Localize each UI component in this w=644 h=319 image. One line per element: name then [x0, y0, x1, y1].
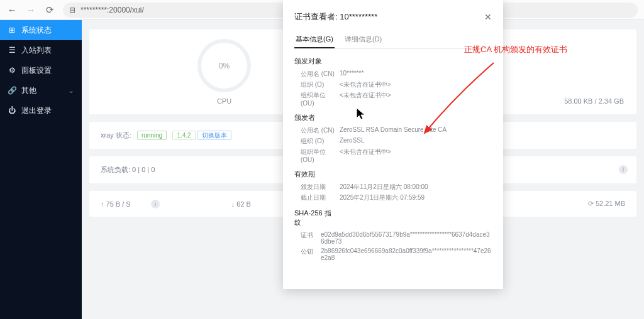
- close-icon[interactable]: ✕: [484, 12, 492, 22]
- chevron-down-icon: ⌄: [68, 86, 74, 95]
- sha256-heading: SHA-256 指纹: [294, 208, 332, 227]
- download-speed: ↓ 62 B: [231, 200, 251, 208]
- info-icon[interactable]: i: [151, 200, 160, 208]
- xray-label: xray 状态:: [101, 131, 131, 139]
- sidebar-item-label: 系统状态: [21, 25, 52, 36]
- cpu-gauge: 0%: [197, 39, 251, 92]
- cert-hash-label: 证书: [301, 231, 321, 245]
- sidebar-item-label: 其他: [21, 85, 36, 96]
- disk-metric: ⟳ 52.21 MB: [588, 200, 625, 208]
- expire-date-label: 截止日期: [301, 193, 340, 202]
- annotation-text: 正规CA 机构颁发的有效证书: [464, 44, 567, 55]
- sidebar-item-label: 入站列表: [21, 45, 52, 56]
- cert-dialog-title: 证书查看者: 10*********: [294, 11, 377, 23]
- issued-date-label: 颁发日期: [301, 183, 340, 192]
- xray-status-badge: running: [137, 131, 167, 140]
- sidebar-item-system-status[interactable]: ⊞ 系统状态: [0, 20, 82, 40]
- subject-heading: 颁发对象: [294, 57, 492, 66]
- list-icon: ☰: [8, 46, 16, 55]
- sidebar-item-other[interactable]: 🔗 其他 ⌄: [0, 80, 82, 100]
- subject-cn-value: 10*******: [340, 70, 364, 78]
- dashboard-icon: ⊞: [8, 26, 16, 35]
- site-toggle-icon[interactable]: ⊟: [69, 6, 75, 14]
- xray-switch-version-button[interactable]: 切换版本: [197, 131, 231, 140]
- logout-icon: ⏻: [8, 106, 16, 115]
- subject-ou-value: <未包含在证书中>: [340, 91, 391, 107]
- sidebar: ⊞ 系统状态 ☰ 入站列表 ⚙ 面板设置 🔗 其他 ⌄ ⏻ 退出登录: [0, 20, 82, 319]
- issuer-cn-value: ZeroSSL RSA Domain Secure Site CA: [340, 126, 447, 135]
- gear-icon: ⚙: [8, 66, 16, 75]
- validity-heading: 有效期: [294, 170, 492, 179]
- xray-version-badge: 1.4.2: [172, 131, 195, 140]
- issuer-ou-label: 组织单位 (OU): [301, 148, 340, 163]
- cert-hash-value: e02d9a5dd30d6bf55673179b9a**************…: [321, 231, 492, 245]
- upload-speed: ↑ 75 B / S: [101, 200, 131, 208]
- issued-date-value: 2024年11月2日星期六 08:00:00: [340, 183, 428, 192]
- subject-cn-label: 公用名 (CN): [301, 70, 340, 78]
- subject-o-value: <未包含在证书中>: [340, 80, 391, 89]
- subject-o-label: 组织 (O): [301, 80, 340, 89]
- sidebar-item-logout[interactable]: ⏻ 退出登录: [0, 100, 82, 121]
- nav-back-icon[interactable]: ←: [6, 4, 18, 16]
- expire-date-value: 2025年2月1日星期六 07:59:59: [340, 193, 425, 202]
- issuer-o-label: 组织 (O): [301, 137, 340, 146]
- sidebar-item-panel-settings[interactable]: ⚙ 面板设置: [0, 60, 82, 80]
- nav-forward-icon: →: [25, 4, 36, 16]
- cpu-label: CPU: [217, 97, 231, 105]
- system-load-text: 系统负载: 0 | 0 | 0: [101, 165, 155, 175]
- pubkey-hash-label: 公钥: [301, 247, 321, 261]
- issuer-heading: 颁发者: [294, 113, 492, 122]
- issuer-o-value: ZeroSSL: [340, 137, 364, 146]
- tab-detail-info[interactable]: 详细信息(D): [343, 31, 383, 48]
- issuer-ou-value: <未包含在证书中>: [340, 148, 391, 163]
- sidebar-item-label: 面板设置: [21, 65, 52, 76]
- tab-basic-info[interactable]: 基本信息(G): [294, 31, 335, 48]
- sidebar-item-inbound-list[interactable]: ☰ 入站列表: [0, 40, 82, 60]
- pubkey-hash-value: 2b86926fc043e696669a82c0a0ff339f9a******…: [321, 247, 492, 261]
- certificate-viewer-dialog: 证书查看者: 10********* ✕ 基本信息(G) 详细信息(D) 颁发对…: [283, 0, 503, 289]
- memory-value: 58.00 KB / 2.34 GB: [564, 97, 624, 105]
- link-icon: 🔗: [8, 86, 16, 95]
- info-icon[interactable]: i: [619, 165, 628, 174]
- subject-ou-label: 组织单位 (OU): [301, 91, 340, 107]
- url-text: *********:20000/xui/: [80, 6, 144, 14]
- sidebar-item-label: 退出登录: [21, 105, 52, 116]
- issuer-cn-label: 公用名 (CN): [301, 126, 340, 135]
- refresh-icon[interactable]: ⟳: [44, 4, 55, 16]
